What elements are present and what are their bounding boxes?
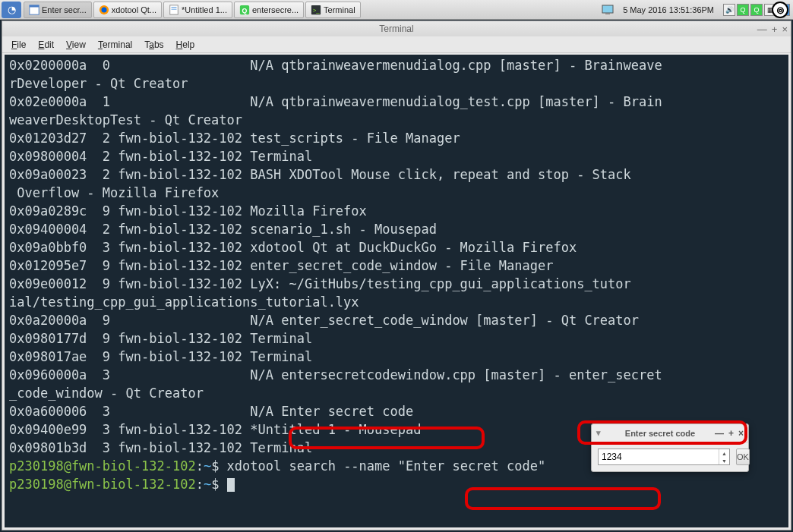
taskbar-task-xdotool[interactable]: xdotool Qt... — [93, 2, 162, 18]
taskbar-task-terminal[interactable]: >_ Terminal — [305, 2, 361, 18]
dialog-title: Enter secret code — [605, 429, 715, 438]
task-label: Terminal — [324, 5, 355, 14]
secret-code-input[interactable] — [599, 449, 719, 464]
svg-text:>_: >_ — [313, 6, 321, 13]
dialog-menu-icon[interactable]: ▾ — [596, 428, 601, 438]
menu-tabs[interactable]: Tabs — [140, 38, 168, 52]
taskbar-task-untitled[interactable]: *Untitled 1... — [163, 2, 232, 18]
maximize-button[interactable]: + — [772, 24, 778, 35]
task-label: *Untitled 1... — [182, 5, 227, 14]
tray-icon-2[interactable]: Q — [750, 4, 763, 16]
tray-icon-1[interactable]: Q — [737, 4, 749, 16]
taskbar-task-enter-secret[interactable]: Enter secr... — [24, 2, 92, 18]
start-menu-button[interactable]: ◔ — [2, 2, 21, 18]
svg-rect-11 — [602, 5, 613, 13]
svg-rect-4 — [170, 5, 179, 14]
desktop-icon[interactable] — [602, 4, 614, 16]
qtcreator-icon: Q — [239, 5, 250, 15]
volume-icon[interactable]: 🔊 — [723, 4, 735, 16]
spin-up-button[interactable]: ▲ — [719, 449, 729, 457]
mousepad-icon — [169, 5, 179, 15]
menu-view[interactable]: View — [62, 38, 90, 52]
task-label: entersecre... — [252, 5, 299, 14]
terminal-menubar: File Edit View Terminal Tabs Help — [2, 36, 791, 53]
close-button[interactable]: × — [782, 24, 788, 35]
svg-rect-1 — [30, 5, 39, 7]
minimize-button[interactable]: — — [757, 24, 767, 35]
taskbar-task-entersecretcode[interactable]: Q entersecre... — [234, 2, 304, 18]
menu-edit[interactable]: Edit — [33, 38, 58, 52]
terminal-titlebar[interactable]: Terminal — + × — [2, 21, 791, 36]
menu-help[interactable]: Help — [172, 38, 200, 52]
task-label: Enter secr... — [42, 5, 87, 14]
dialog-close-button[interactable]: × — [738, 428, 744, 439]
svg-rect-12 — [605, 13, 610, 14]
task-label: xdotool Qt... — [112, 5, 156, 14]
clock[interactable]: 5 May 2016 13:51:36PM — [617, 5, 720, 14]
dialog-maximize-button[interactable]: + — [728, 428, 734, 439]
spin-down-button[interactable]: ▼ — [719, 457, 729, 464]
window-icon — [29, 5, 39, 15]
secret-code-spinbox[interactable]: ▲ ▼ — [598, 449, 730, 465]
enter-secret-code-dialog: ▾ Enter secret code — + × ▲ ▼ OK — [591, 423, 749, 472]
dialog-minimize-button[interactable]: — — [715, 428, 724, 439]
ok-button[interactable]: OK — [736, 449, 750, 465]
terminal-title: Terminal — [379, 24, 413, 34]
svg-text:Q: Q — [242, 6, 248, 14]
svg-point-3 — [101, 7, 106, 12]
firefox-icon — [99, 5, 109, 15]
menu-terminal[interactable]: Terminal — [93, 38, 137, 52]
dialog-titlebar[interactable]: ▾ Enter secret code — + × — [592, 424, 748, 442]
taskbar: ◔ Enter secr... xdotool Qt... *Untitled … — [0, 0, 793, 20]
corner-icon[interactable]: ⊚ — [772, 2, 788, 18]
terminal-icon: >_ — [311, 5, 321, 15]
menu-file[interactable]: File — [7, 38, 30, 52]
